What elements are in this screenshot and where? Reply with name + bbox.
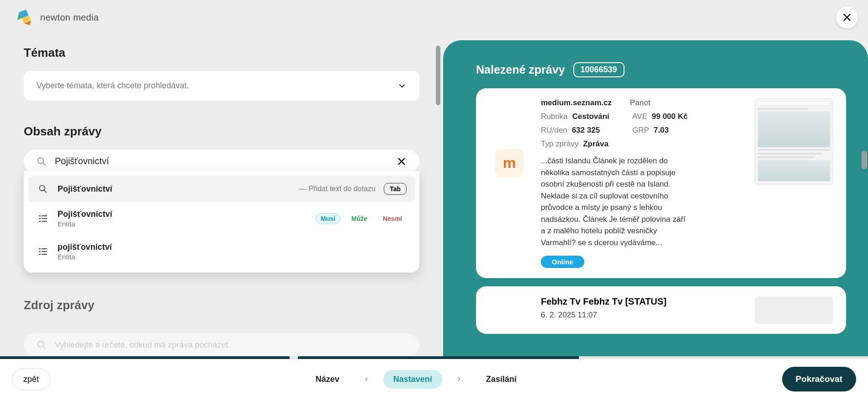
progress-bar bbox=[0, 356, 868, 359]
meta-value: Cestování bbox=[572, 112, 609, 121]
meta-label: Rubrika bbox=[541, 112, 568, 121]
right-scrollbar[interactable] bbox=[862, 151, 867, 169]
meta-value: 7.03 bbox=[654, 126, 669, 135]
footer: zpět Název Nastavení Zasílání Pokračovat bbox=[0, 356, 868, 402]
wizard-steps: Název Nastavení Zasílání bbox=[50, 370, 782, 389]
result-thumbnail bbox=[755, 98, 833, 185]
close-button[interactable] bbox=[836, 6, 858, 28]
result-card[interactable]: m medium.seznam.cz Panot RubrikaCestován… bbox=[476, 88, 846, 278]
meta-label: RU/den bbox=[541, 126, 567, 135]
result-date: 6. 2. 2025 11:07 bbox=[541, 311, 744, 320]
online-badge: Online bbox=[541, 256, 584, 268]
app-header: newton media bbox=[0, 0, 868, 35]
svg-rect-15 bbox=[42, 248, 47, 249]
entity-sub: Entita bbox=[58, 220, 302, 228]
dropdown-query-hint: — Přidat text do dotazu bbox=[299, 185, 376, 193]
svg-rect-14 bbox=[39, 248, 41, 249]
search-dropdown: Pojišťovnictví — Přidat text do dotazu T… bbox=[24, 171, 419, 273]
tab-key-badge: Tab bbox=[384, 183, 407, 195]
entity-icon bbox=[37, 246, 49, 257]
left-pane: Témata Vyberte témata, která chcete proh… bbox=[0, 46, 443, 356]
brand-name: newton media bbox=[40, 12, 99, 23]
svg-rect-13 bbox=[42, 221, 47, 222]
step-settings[interactable]: Nastavení bbox=[383, 370, 442, 389]
left-scrollbar[interactable] bbox=[436, 46, 440, 105]
close-icon bbox=[842, 12, 852, 22]
content-search[interactable] bbox=[24, 150, 419, 173]
entity-icon bbox=[37, 213, 49, 224]
brand: newton media bbox=[16, 9, 99, 26]
source-badge-letter: m bbox=[503, 155, 516, 172]
result-meta: RubrikaCestování AVE99 000 Kč RU/den632 … bbox=[541, 112, 744, 149]
topics-select[interactable]: Vyberte témata, která chcete prohledávat… bbox=[24, 71, 419, 101]
right-panel: Nalezené zprávy 10066539 m medium.seznam… bbox=[443, 46, 868, 356]
result-card[interactable]: Febhz Tv Febhz Tv [STATUS] 6. 2. 2025 11… bbox=[476, 286, 846, 334]
results-header: Nalezené zprávy 10066539 bbox=[476, 62, 846, 77]
result-snippet: ...části Islandu Článek je rozdělen do n… bbox=[541, 155, 687, 248]
chevron-down-icon bbox=[397, 81, 407, 91]
result-panel: Panot bbox=[630, 98, 650, 107]
chevron-right-icon bbox=[363, 376, 370, 382]
source-badge-icon: m bbox=[495, 149, 524, 177]
back-button[interactable]: zpět bbox=[12, 369, 50, 390]
meta-label: Typ zprávy bbox=[541, 139, 578, 149]
results-panel: Nalezené zprávy 10066539 m medium.seznam… bbox=[443, 40, 868, 356]
chevron-right-icon bbox=[456, 376, 462, 382]
svg-rect-9 bbox=[42, 215, 47, 216]
search-icon bbox=[37, 184, 49, 193]
result-source-logo: m bbox=[489, 98, 530, 268]
content-title: Obsah zprávy bbox=[24, 124, 419, 139]
svg-line-21 bbox=[43, 346, 46, 349]
result-body: Febhz Tv Febhz Tv [STATUS] 6. 2. 2025 11… bbox=[541, 296, 744, 324]
svg-line-5 bbox=[43, 162, 46, 165]
brand-logo-icon bbox=[16, 9, 34, 26]
clear-icon[interactable] bbox=[397, 156, 407, 166]
entity-tags: Musí Může Nesmí bbox=[316, 213, 407, 224]
result-body: medium.seznam.cz Panot RubrikaCestování … bbox=[541, 98, 744, 268]
svg-rect-17 bbox=[42, 251, 47, 252]
result-thumbnail bbox=[755, 296, 833, 324]
dropdown-entity-row[interactable]: Pojišťovnictví Entita Musí Může Nesmí bbox=[28, 202, 415, 235]
search-icon bbox=[37, 340, 47, 350]
svg-rect-10 bbox=[39, 218, 41, 219]
svg-line-7 bbox=[44, 190, 47, 193]
svg-rect-8 bbox=[39, 215, 41, 216]
meta-label: AVE bbox=[632, 112, 647, 121]
content-search-input[interactable] bbox=[55, 156, 388, 166]
entity-title: pojišťovnictví bbox=[58, 242, 407, 252]
source-placeholder: Vyhledejte a určete, odkud má zpráva poc… bbox=[55, 340, 228, 350]
dropdown-entity-row[interactable]: pojišťovnictví Entita bbox=[28, 235, 415, 268]
source-search[interactable]: Vyhledejte a určete, odkud má zpráva poc… bbox=[24, 333, 419, 356]
result-source: medium.seznam.cz bbox=[541, 98, 612, 107]
results-count: 10066539 bbox=[573, 62, 625, 77]
svg-rect-19 bbox=[42, 254, 47, 255]
dropdown-query-row[interactable]: Pojišťovnictví — Přidat text do dotazu T… bbox=[28, 176, 415, 202]
meta-value: 99 000 Kč bbox=[652, 112, 688, 121]
svg-rect-18 bbox=[39, 254, 41, 255]
tag-musi[interactable]: Musí bbox=[316, 213, 340, 224]
dropdown-query-title: Pojišťovnictví bbox=[58, 184, 291, 194]
topics-placeholder: Vyberte témata, která chcete prohledávat… bbox=[37, 81, 189, 91]
search-icon bbox=[37, 156, 47, 166]
results-title: Nalezené zprávy bbox=[476, 63, 565, 76]
meta-label: GRP bbox=[632, 126, 649, 135]
step-sending[interactable]: Zasílání bbox=[476, 370, 527, 389]
entity-sub: Entita bbox=[58, 253, 407, 261]
result-title: Febhz Tv Febhz Tv [STATUS] bbox=[541, 296, 744, 307]
continue-button[interactable]: Pokračovat bbox=[782, 367, 856, 391]
step-name[interactable]: Název bbox=[306, 370, 349, 389]
svg-rect-12 bbox=[39, 221, 41, 222]
meta-value: Zpráva bbox=[583, 139, 609, 149]
meta-value: 632 325 bbox=[572, 126, 600, 135]
source-title: Zdroj zprávy bbox=[24, 298, 95, 312]
tag-muze[interactable]: Může bbox=[347, 214, 372, 224]
result-source-logo bbox=[489, 296, 530, 324]
svg-rect-11 bbox=[42, 218, 47, 219]
main-content: Témata Vyberte témata, která chcete proh… bbox=[0, 46, 868, 356]
entity-title: Pojišťovnictví bbox=[58, 209, 302, 219]
svg-rect-16 bbox=[39, 251, 41, 252]
tag-nesmi[interactable]: Nesmí bbox=[378, 214, 407, 224]
topics-title: Témata bbox=[24, 46, 419, 60]
content-search-wrap: Pojišťovnictví — Přidat text do dotazu T… bbox=[24, 150, 419, 273]
